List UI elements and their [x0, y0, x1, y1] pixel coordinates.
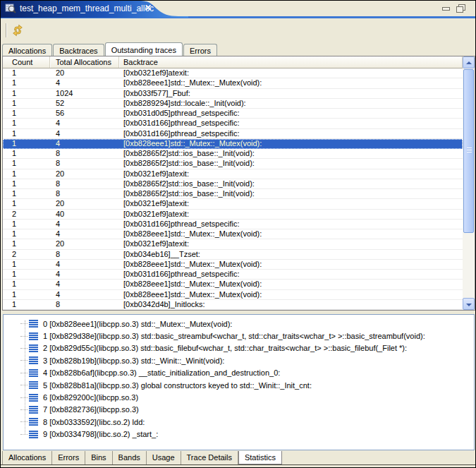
backtrace-frame-text: 1 [0xb829d38e](libcpp.so.3) std::basic_s… [43, 332, 425, 340]
bottom-divider [1, 464, 475, 465]
table-row[interactable]: 14[0xb828eee1]std::_Mutex::_Mutex(void): [3, 260, 463, 270]
tab-errors[interactable]: Errors [52, 451, 85, 464]
tab-bands[interactable]: Bands [113, 451, 147, 464]
tab-outstanding-traces[interactable]: Outstanding traces [105, 42, 183, 56]
tab-allocations[interactable]: Allocations [2, 451, 52, 464]
table-cell: 8 [50, 179, 119, 188]
backtrace-frame-text: 7 [0xb8282736](libcpp.so.3) [43, 405, 139, 414]
tree-connector [20, 360, 28, 361]
view-tab[interactable]: test_heap_mem_thread_multi_alloc ✕ [1, 1, 188, 18]
table-cell: 4 [50, 229, 119, 239]
table-row[interactable]: 14[0xb828eee1]std::_Mutex::_Mutex(void): [3, 139, 463, 149]
trace-category-tabs: AllocationsBacktracesOutstanding tracesE… [2, 42, 474, 56]
table-row[interactable]: 14[0xb828eee1]std::_Mutex::_Mutex(void): [3, 290, 463, 300]
backtrace-frame-text: 5 [0xb828b81a](libcpp.so.3) global const… [43, 381, 312, 390]
table-cell: 1 [3, 129, 50, 138]
view-titlebar: test_heap_mem_thread_multi_alloc ✕ [1, 1, 475, 18]
backtrace-frame[interactable]: 7 [0xb8282736](libcpp.so.3) [4, 404, 474, 416]
table-cell: [0xb8289294]std::locale::_Init(void): [119, 99, 463, 108]
table-cell: [0xb828eee1]std::_Mutex::_Mutex(void): [119, 139, 463, 148]
table-row[interactable]: 14[0xb031d166]pthread_setspecific: [3, 270, 463, 280]
table-cell: [0xb031d166]pthread_setspecific: [119, 220, 463, 229]
backtrace-frame[interactable]: 5 [0xb828b81a](libcpp.so.3) global const… [4, 379, 474, 391]
table-cell: 1 [3, 68, 50, 78]
table-row[interactable]: 120[0xb0321ef9]atexit: [3, 239, 463, 249]
tab-backtraces[interactable]: Backtraces [53, 44, 104, 56]
table-row[interactable]: 14[0xb828eee1]std::_Mutex::_Mutex(void): [3, 229, 463, 239]
tab-errors[interactable]: Errors [183, 44, 217, 56]
backtrace-frame[interactable]: 0 [0xb828eee1](libcpp.so.3) std::_Mutex:… [4, 318, 474, 330]
table-cell: [0xb0321ef9]atexit: [119, 68, 463, 78]
table-row[interactable]: 14[0xb031d166]pthread_setspecific: [3, 129, 463, 139]
table-row[interactable]: 28[0xb034eb16]__Tzset: [3, 250, 463, 260]
column-header-backtrace[interactable]: Backtrace [119, 56, 463, 68]
column-header-total-allocations[interactable]: Total Allocations [50, 56, 119, 68]
tab-statistics[interactable]: Statistics [238, 451, 282, 464]
column-header-count[interactable]: Count [3, 56, 50, 68]
table-row[interactable]: 14[0xb828eee1]std::_Mutex::_Mutex(void): [3, 78, 463, 88]
minimize-icon[interactable] [442, 7, 450, 11]
table-cell: 1024 [50, 89, 119, 98]
table-row[interactable]: 11024[0xb033f577]_Fbuf: [3, 89, 463, 99]
table-cell: 1 [3, 139, 50, 148]
backtrace-frame[interactable]: 3 [0xb828b19b](libcpp.so.3) std::_Winit:… [4, 354, 474, 366]
close-icon[interactable]: ✕ [145, 3, 152, 13]
table-cell: 1 [3, 179, 50, 188]
table-cell: 56 [50, 109, 119, 118]
scrollbar-thumb[interactable] [463, 69, 474, 233]
tree-connector [20, 373, 28, 373]
stack-frame-icon [29, 394, 38, 402]
memory-analysis-icon [5, 3, 16, 14]
backtrace-frame[interactable]: 9 [0xb0334798](libc.so.2) _start_: [4, 428, 474, 440]
table-row[interactable]: 18[0xb82865f2]std::ios_base::_Init(void)… [3, 149, 463, 159]
table-row[interactable]: 18[0xb82865f2]std::ios_base::_Init(void)… [3, 189, 463, 199]
table-row[interactable]: 156[0xb031d0d5]pthread_setspecific: [3, 109, 463, 119]
table-row[interactable]: 152[0xb8289294]std::locale::_Init(void): [3, 99, 463, 109]
table-row[interactable]: 18[0xb82865f2]std::ios_base::_Init(void)… [3, 159, 463, 169]
tab-usage[interactable]: Usage [147, 451, 181, 464]
backtrace-frame-text: 2 [0xb829d55c](libcpp.so.3) std::basic_f… [43, 344, 407, 352]
table-cell: 4 [50, 139, 119, 148]
table-row[interactable]: 120[0xb0321ef9]atexit: [3, 199, 463, 209]
table-cell: 4 [50, 119, 119, 128]
table-cell: 4 [50, 78, 119, 88]
table-cell: [0xb031d166]pthread_setspecific: [119, 119, 463, 128]
backtrace-frame[interactable]: 4 [0xb828b6af](libcpp.so.3) __static_ini… [4, 367, 474, 379]
vertical-scrollbar[interactable] [463, 56, 475, 310]
stack-frame-icon [29, 381, 38, 389]
backtrace-frame[interactable]: 6 [0xb829200c](libcpp.so.3) [4, 391, 474, 403]
table-row[interactable]: 18[0xb82865f2]std::ios_base::_Init(void)… [3, 179, 463, 189]
table-cell: 20 [50, 68, 119, 78]
table-cell: [0xb828eee1]std::_Mutex::_Mutex(void): [119, 78, 463, 88]
backtrace-frame-text: 0 [0xb828eee1](libcpp.so.3) std::_Mutex:… [43, 320, 232, 328]
scroll-down-icon[interactable] [463, 298, 475, 310]
refresh-icon[interactable] [11, 24, 24, 37]
table-cell: [0xb0321ef9]atexit: [119, 169, 463, 179]
memory-analysis-view: test_heap_mem_thread_multi_alloc ✕ Alloc… [0, 0, 476, 468]
backtrace-frame[interactable]: 1 [0xb829d38e](libcpp.so.3) std::basic_s… [4, 330, 474, 342]
table-cell: [0xb0342d4b]_Initlocks: [119, 300, 463, 309]
table-row[interactable]: 14[0xb031d166]pthread_setspecific: [3, 220, 463, 229]
tree-connector [20, 336, 28, 337]
tab-trace-details[interactable]: Trace Details [181, 451, 238, 464]
table-row[interactable]: 240[0xb0321ef9]atexit: [3, 210, 463, 220]
table-row[interactable]: 14[0xb828eee1]std::_Mutex::_Mutex(void): [3, 280, 463, 289]
table-cell: [0xb82865f2]std::ios_base::_Init(void): [119, 189, 463, 198]
tab-bins[interactable]: Bins [85, 451, 112, 464]
table-row[interactable]: 18[0xb0342d4b]_Initlocks: [3, 300, 463, 310]
table-row[interactable]: 120[0xb0321ef9]atexit: [3, 68, 463, 78]
table-row[interactable]: 14[0xb031d166]pthread_setspecific: [3, 119, 463, 128]
scroll-up-icon[interactable] [463, 56, 475, 68]
tab-allocations[interactable]: Allocations [2, 44, 52, 56]
table-cell: 4 [50, 220, 119, 229]
table-cell: [0xb031d166]pthread_setspecific: [119, 270, 463, 279]
table-cell: 40 [50, 210, 119, 219]
restore-icon[interactable] [456, 4, 465, 13]
table-row[interactable]: 120[0xb0321ef9]atexit: [3, 169, 463, 179]
backtrace-frame[interactable]: 8 [0xb0333592](libc.so.2) ldd: [4, 416, 474, 428]
allocation-table-body: 120[0xb0321ef9]atexit:14[0xb828eee1]std:… [3, 68, 463, 310]
backtrace-frame[interactable]: 2 [0xb829d55c](libcpp.so.3) std::basic_f… [4, 342, 474, 354]
table-cell: 8 [50, 250, 119, 259]
stack-frame-icon [29, 369, 38, 377]
table-cell: 1 [3, 199, 50, 208]
